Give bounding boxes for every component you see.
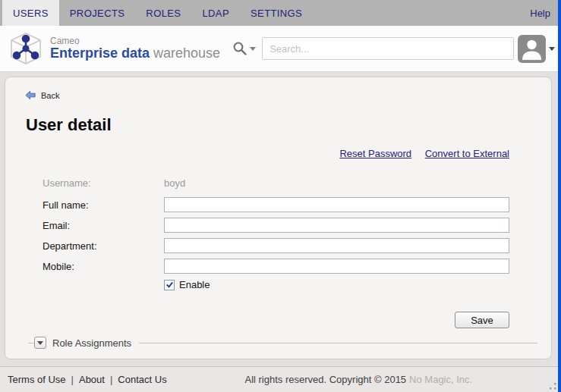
copyright-text: All rights reserved. Copyright © 2015No … — [167, 374, 550, 385]
username-row: Username: boyd — [5, 176, 551, 190]
search-area — [232, 37, 514, 60]
tab-users[interactable]: USERS — [2, 0, 59, 26]
convert-to-external-link[interactable]: Convert to External — [425, 148, 509, 159]
enable-row: Enable — [5, 279, 551, 290]
search-icon[interactable] — [232, 41, 247, 56]
user-detail-panel: Back User detail Reset Password Convert … — [5, 77, 552, 359]
window-edge — [558, 0, 561, 392]
mobile-field[interactable] — [164, 259, 509, 274]
app-logo-icon[interactable] — [8, 30, 44, 67]
mobile-label: Mobile: — [43, 261, 164, 272]
contact-us-link[interactable]: Contact Us — [118, 374, 166, 385]
mobile-row: Mobile: — [5, 259, 551, 274]
help-link[interactable]: Help — [519, 0, 561, 26]
account-caret-icon — [549, 47, 555, 51]
back-label: Back — [41, 91, 59, 100]
email-row: Email: — [5, 218, 551, 233]
tab-settings[interactable]: SETTINGS — [240, 0, 313, 26]
brand-wordmark[interactable]: Cameo Enterprise data warehouse — [50, 36, 220, 61]
divider — [139, 343, 537, 343]
fullname-field[interactable] — [164, 197, 509, 212]
top-navigation: USERS PROJECTS ROLES LDAP SETTINGS Help — [0, 0, 561, 26]
tab-roles[interactable]: ROLES — [135, 0, 191, 26]
checkmark-icon — [165, 281, 174, 289]
about-link[interactable]: About — [79, 374, 105, 385]
role-assignments-label: Role Assignments — [52, 337, 131, 349]
separator: | — [71, 374, 74, 385]
tab-ldap[interactable]: LDAP — [191, 0, 240, 26]
separator: | — [110, 374, 112, 385]
fullname-row: Full name: — [5, 197, 551, 212]
enable-label: Enable — [179, 279, 210, 290]
page-body: Back User detail Reset Password Convert … — [5, 77, 552, 359]
tab-projects[interactable]: PROJECTS — [59, 0, 136, 26]
role-assignments-section-header: Role Assignments — [5, 337, 551, 349]
reset-password-link[interactable]: Reset Password — [339, 148, 411, 159]
department-label: Department: — [43, 240, 164, 252]
account-menu-button[interactable] — [518, 35, 555, 63]
page-title: User detail — [26, 115, 551, 135]
email-label: Email: — [43, 220, 164, 231]
email-field[interactable] — [164, 218, 509, 233]
enable-checkbox[interactable] — [164, 280, 175, 290]
role-assignments-toggle-button[interactable] — [34, 337, 46, 349]
collapse-caret-icon — [37, 341, 43, 345]
username-label: Username: — [43, 177, 164, 189]
brand-product: Enterprise data warehouse — [50, 46, 220, 61]
department-field[interactable] — [164, 238, 509, 253]
avatar-icon — [518, 35, 546, 63]
save-button[interactable]: Save — [455, 312, 509, 328]
back-arrow-icon — [25, 89, 36, 101]
detail-actions: Reset Password Convert to External — [5, 148, 551, 159]
back-link[interactable]: Back — [5, 77, 59, 101]
search-input[interactable] — [262, 37, 514, 60]
fullname-label: Full name: — [43, 199, 164, 211]
terms-of-use-link[interactable]: Terms of Use — [8, 374, 66, 385]
divider — [28, 343, 34, 343]
department-row: Department: — [5, 238, 551, 253]
footer: Terms of Use | About | Contact Us All ri… — [0, 366, 558, 392]
resize-grip[interactable] — [549, 382, 556, 390]
username-value: boyd — [164, 177, 185, 189]
company-link[interactable]: No Magic, Inc. — [409, 374, 472, 385]
search-scope-caret-icon[interactable] — [250, 47, 256, 51]
user-form: Username: boyd Full name: Email: Departm… — [5, 176, 551, 290]
app-header: Cameo Enterprise data warehouse — [0, 26, 561, 72]
